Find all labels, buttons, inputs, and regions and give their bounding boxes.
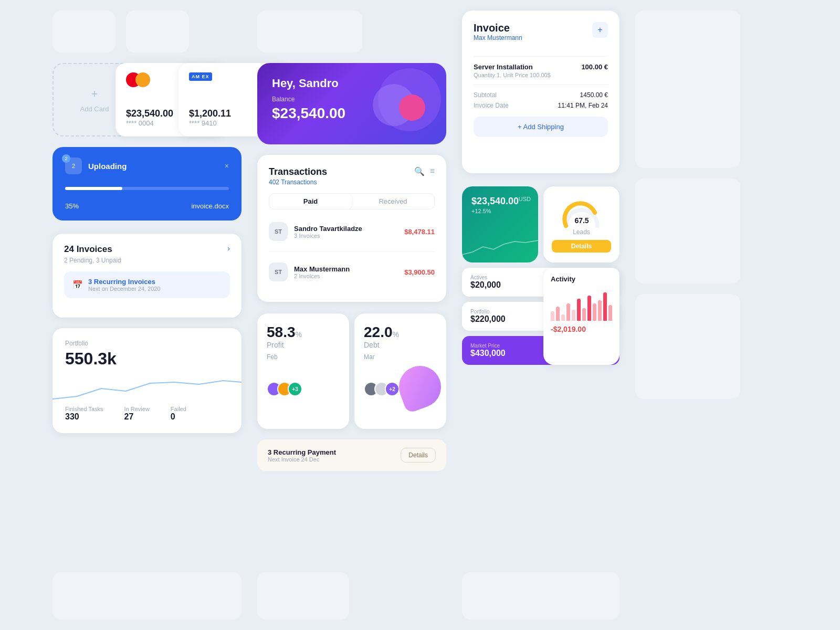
recurring-details-button[interactable]: Details: [401, 448, 436, 463]
transaction-invoices-2: 2 Invoices: [294, 273, 398, 279]
activity-change: -$2,019.00: [551, 325, 612, 333]
transactions-header: Transactions 🔍 ≡: [269, 166, 435, 177]
calendar-icon: 📅: [72, 280, 83, 290]
debt-date: Mar: [364, 353, 437, 361]
transactions-tabs: Paid Received: [269, 193, 435, 209]
debt-avatar-count: +2: [385, 382, 400, 396]
upload-badge-number: 2: [72, 163, 75, 169]
upload-card: 2 2 Uploading × 35% invoice.docx: [52, 147, 242, 220]
transaction-invoices-1: 3 Invoices: [294, 233, 398, 239]
market-label: Market Price: [470, 343, 506, 349]
transaction-name-2: Max Mustermann: [294, 265, 398, 273]
bg-card-bottom-mid: [257, 572, 349, 620]
leads-details-button[interactable]: Details: [552, 240, 611, 253]
upload-close-button[interactable]: ×: [225, 162, 229, 170]
invoice-add-button[interactable]: +: [592, 22, 608, 38]
bar-10: [598, 300, 602, 321]
portfolio-value: 550.3k: [65, 349, 229, 369]
balance-chart: [462, 236, 538, 257]
transactions-card: Transactions 🔍 ≡ 402 Transactions Paid R…: [257, 155, 446, 302]
transaction-amount-1: $8,478.11: [404, 228, 435, 236]
upload-icon: 2 2: [65, 158, 82, 174]
transaction-amount-2: $3,900.50: [404, 268, 435, 276]
debt-decoration: [393, 360, 447, 414]
tasks-value: 330: [65, 412, 103, 422]
invoice-title: Invoice: [474, 22, 522, 34]
transactions-count: 402 Transactions: [269, 178, 435, 186]
menu-icon[interactable]: ≡: [430, 166, 435, 176]
service-desc: Quantity 1, Unit Price 100.00$: [474, 72, 551, 78]
bg-card-right-bottom: [635, 294, 740, 399]
date-value: 11:41 PM, Feb 24: [558, 102, 608, 109]
leads-gauge-chart: 67.5: [561, 197, 603, 228]
profit-card: 58.3% Profit Feb +3: [257, 313, 349, 429]
tab-received[interactable]: Received: [352, 194, 434, 209]
invoices-header: 24 Invoices ›: [64, 244, 230, 255]
recurring-payment-sub: Next Invoice 24 Dec: [268, 456, 336, 463]
plus-icon: +: [91, 87, 98, 101]
invoice-line-item: Server Installation Quantity 1, Unit Pri…: [474, 63, 608, 78]
debt-pct-symbol: %: [393, 330, 399, 339]
debt-label: Debt: [364, 341, 437, 349]
failed-value: 0: [171, 412, 186, 422]
subtotal-value: 1450.00 €: [580, 91, 608, 99]
bar-9: [593, 303, 596, 321]
search-icon[interactable]: 🔍: [414, 166, 425, 176]
profit-date: Feb: [267, 353, 340, 361]
bar-7: [582, 308, 586, 321]
profit-percent: 58.3: [267, 324, 296, 340]
recurring-info: 3 Recurring Payment Next Invoice 24 Dec: [268, 448, 336, 463]
profit-avatars: +3: [267, 382, 340, 396]
bar-12: [608, 305, 612, 321]
transaction-info-1: Sandro Tavartkiladze 3 Invoices: [294, 225, 398, 239]
subtotal-label: Subtotal: [474, 91, 497, 99]
actives-label: Actives: [470, 275, 501, 280]
progress-bar-bg: [65, 187, 229, 190]
hero-balance-label: Balance: [272, 96, 432, 103]
debt-percent: 22.0: [364, 324, 393, 340]
bar-11: [603, 292, 607, 321]
transaction-item-2[interactable]: ST Max Mustermann 2 Invoices $3,900.50: [269, 258, 435, 286]
debt-card: 22.0% Debt Mar +2: [354, 313, 446, 429]
market-info: Market Price $430,000: [470, 343, 506, 358]
recurring-title: 3 Recurring Invoices: [88, 278, 161, 286]
balance-currency: USD: [519, 196, 531, 202]
leads-label: Leads: [573, 228, 590, 236]
add-card-label: Add Card: [80, 105, 109, 113]
progress-bar-fill: [65, 187, 122, 190]
upload-filename: invoice.docx: [191, 202, 229, 210]
bar-5: [572, 310, 575, 321]
portfolio-small-info: Portfolio $220,000: [470, 309, 506, 324]
bar-3: [561, 314, 565, 321]
bg-card-top-left: [52, 10, 116, 52]
bar-2: [556, 307, 560, 321]
transactions-icons: 🔍 ≡: [414, 166, 435, 176]
portfolio-stats: Finished Tasks 330 In Review 27 Failed 0: [65, 406, 186, 422]
transactions-title: Transactions: [269, 166, 327, 177]
bar-6: [577, 299, 581, 321]
invoices-chevron-icon[interactable]: ›: [227, 244, 230, 253]
bg-card-top-mid: [126, 10, 189, 52]
bg-card-right-top: [635, 10, 740, 168]
portfolio-small-value: $220,000: [470, 314, 506, 324]
profit-avatar-count: +3: [288, 382, 302, 396]
transaction-avatar-2: ST: [269, 262, 288, 281]
add-shipping-button[interactable]: + Add Shipping: [474, 117, 608, 137]
service-price: 100.00 €: [581, 63, 608, 71]
recurring-payment-title: 3 Recurring Payment: [268, 448, 336, 456]
tab-paid[interactable]: Paid: [269, 194, 352, 209]
review-label: In Review: [124, 406, 150, 412]
hero-card: Hey, Sandro Balance $23,540.00: [257, 63, 446, 144]
transaction-name-1: Sandro Tavartkiladze: [294, 225, 398, 233]
invoices-recurring[interactable]: 📅 3 Recurring Invoices Next on December …: [64, 271, 230, 298]
upload-header: 2 2 Uploading ×: [65, 158, 229, 174]
invoice-widget: Invoice Max Mustermann + Server Installa…: [462, 10, 620, 173]
bg-card-bottom-right: [462, 572, 620, 620]
leads-card: 67.5 Leads Details: [543, 186, 620, 262]
activity-card: Activity -$2,019.00: [543, 268, 620, 365]
upload-progress-label: 35%: [65, 202, 79, 210]
invoice-divider-1: [474, 56, 608, 57]
amex-badge: AM EX: [189, 72, 212, 81]
transaction-item-1[interactable]: ST Sandro Tavartkiladze 3 Invoices $8,47…: [269, 218, 435, 245]
balance-card: $23,540.00 USD +12.5%: [462, 186, 538, 262]
